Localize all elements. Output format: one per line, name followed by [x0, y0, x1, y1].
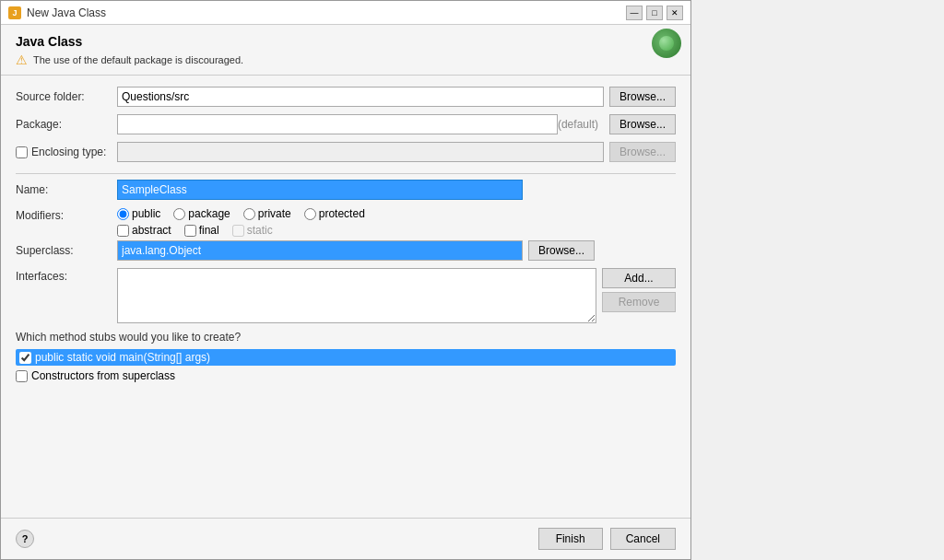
help-button[interactable]: ? [16, 530, 34, 548]
finish-button[interactable]: Finish [538, 528, 603, 550]
title-bar: J New Java Class — □ ✕ [1, 1, 690, 25]
modifier-public-radio[interactable] [117, 208, 129, 220]
superclass-browse-button[interactable]: Browse... [528, 240, 595, 261]
interfaces-label: Interfaces: [16, 268, 117, 283]
interfaces-buttons: Add... Remove [602, 268, 676, 312]
package-label: Package: [16, 118, 117, 131]
modifier-protected[interactable]: protected [304, 207, 365, 220]
dialog-heading: Java Class [16, 34, 676, 49]
close-button[interactable]: ✕ [667, 6, 683, 20]
minimize-button[interactable]: — [626, 6, 643, 20]
stubs-question: Which method stubs would you like to cre… [16, 331, 676, 344]
enclosing-browse-button: Browse... [609, 142, 676, 162]
modifier-static[interactable]: static [232, 224, 273, 237]
eclipse-logo [652, 29, 681, 58]
superclass-input[interactable] [117, 240, 523, 261]
modifier-package[interactable]: package [173, 207, 230, 220]
package-input[interactable] [117, 114, 558, 134]
enclosing-row: Enclosing type: Browse... [16, 142, 676, 162]
stub-constructor-checkbox[interactable] [16, 370, 28, 382]
separator1 [16, 173, 676, 174]
modifier-private[interactable]: private [243, 207, 291, 220]
cancel-button[interactable]: Cancel [610, 528, 676, 550]
maximize-button[interactable]: □ [646, 6, 663, 20]
modifier-final[interactable]: final [184, 224, 219, 237]
enclosing-label-container: Enclosing type: [16, 146, 117, 158]
modifier-public[interactable]: public [117, 207, 160, 220]
modifier-abstract-checkbox[interactable] [117, 225, 129, 237]
source-folder-label: Source folder: [16, 90, 117, 103]
source-folder-browse-button[interactable]: Browse... [609, 87, 676, 107]
modifier-private-radio[interactable] [243, 208, 255, 220]
stub-main-method: public static void main(String[] args) [16, 349, 676, 366]
interfaces-remove-button[interactable]: Remove [602, 292, 676, 312]
dialog-icon: J [8, 6, 21, 19]
package-browse-button[interactable]: Browse... [609, 114, 676, 134]
interfaces-row: Interfaces: Add... Remove [16, 268, 676, 323]
name-input[interactable] [117, 180, 523, 200]
package-default-text: (default) [558, 118, 598, 131]
dialog-footer: ? Finish Cancel [1, 518, 690, 559]
warning-icon: ⚠ [16, 52, 28, 67]
enclosing-input[interactable] [117, 142, 604, 162]
modifiers-options: public package private protected [117, 207, 365, 237]
modifier-static-checkbox [232, 225, 244, 237]
name-label: Name: [16, 183, 117, 196]
dialog-title-text: New Java Class [27, 6, 106, 19]
stubs-section: Which method stubs would you like to cre… [16, 331, 676, 382]
enclosing-checkbox[interactable] [16, 146, 28, 158]
interfaces-list[interactable] [117, 268, 596, 323]
source-folder-row: Source folder: Browse... [16, 87, 676, 107]
warning-message: ⚠ The use of the default package is disc… [16, 52, 676, 67]
modifiers-type-row: abstract final static [117, 224, 365, 237]
warning-text: The use of the default package is discou… [33, 54, 243, 65]
stub-constructor-label: Constructors from superclass [31, 369, 175, 382]
modifier-package-radio[interactable] [173, 208, 185, 220]
source-folder-input[interactable] [117, 87, 604, 107]
interfaces-add-button[interactable]: Add... [602, 268, 676, 288]
superclass-label: Superclass: [16, 244, 117, 257]
dialog-header: Java Class ⚠ The use of the default pack… [1, 25, 690, 76]
window-controls[interactable]: — □ ✕ [626, 6, 683, 20]
modifiers-label: Modifiers: [16, 207, 117, 222]
package-row: Package: (default) Browse... [16, 114, 676, 134]
superclass-row: Superclass: Browse... [16, 240, 676, 261]
stub-constructor: Constructors from superclass [16, 369, 676, 382]
modifier-final-checkbox[interactable] [184, 225, 196, 237]
modifiers-access-row: public package private protected [117, 207, 365, 220]
footer-left: ? [16, 530, 34, 548]
enclosing-label: Enclosing type: [31, 146, 106, 158]
stub-main-checkbox[interactable] [19, 352, 31, 364]
footer-right: Finish Cancel [538, 528, 676, 550]
stub-main-label: public static void main(String[] args) [35, 351, 210, 364]
name-row: Name: [16, 180, 676, 200]
modifier-abstract[interactable]: abstract [117, 224, 171, 237]
modifier-protected-radio[interactable] [304, 208, 316, 220]
modifiers-row: Modifiers: public package private [16, 207, 676, 237]
